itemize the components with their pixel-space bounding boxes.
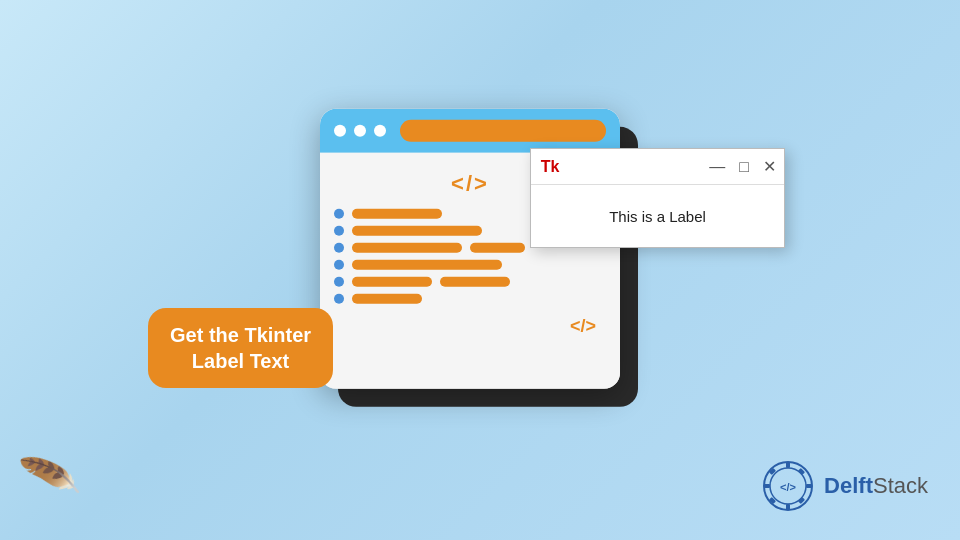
titlebar-dot-1	[334, 125, 346, 137]
code-row	[334, 294, 606, 304]
svg-rect-4	[764, 484, 770, 488]
svg-text:</>: </>	[780, 481, 796, 493]
code-dot	[334, 243, 344, 253]
code-row	[334, 277, 606, 287]
code-line	[352, 294, 422, 304]
code-line-2	[470, 243, 525, 253]
svg-rect-2	[786, 462, 790, 468]
code-dot	[334, 260, 344, 270]
code-line	[352, 277, 432, 287]
minimize-button[interactable]: —	[709, 159, 725, 175]
titlebar-dot-3	[374, 125, 386, 137]
code-line	[352, 243, 462, 253]
close-button[interactable]: ✕	[763, 159, 776, 175]
delftstack-name: DelftStack	[824, 473, 928, 499]
feather-icon: 🪶	[16, 444, 83, 508]
titlebar-dot-2	[354, 125, 366, 137]
badge-text: Get the TkinterLabel Text	[170, 322, 311, 374]
code-line	[352, 226, 482, 236]
svg-rect-3	[786, 504, 790, 510]
tk-controls: — □ ✕	[709, 159, 776, 175]
tk-icon: Tk	[539, 156, 561, 178]
code-dot	[334, 209, 344, 219]
code-dot	[334, 294, 344, 304]
code-line-2	[440, 277, 510, 287]
code-tag-bottom: </>	[334, 316, 606, 337]
maximize-button[interactable]: □	[739, 159, 749, 175]
tkinter-titlebar: Tk — □ ✕	[531, 149, 784, 185]
code-dot	[334, 226, 344, 236]
code-line	[352, 260, 502, 270]
tkinter-label-text: This is a Label	[609, 208, 706, 225]
code-line	[352, 209, 442, 219]
svg-rect-5	[806, 484, 812, 488]
tkinter-window: Tk — □ ✕ This is a Label	[530, 148, 785, 248]
badge-callout: Get the TkinterLabel Text	[148, 308, 333, 388]
delftstack-gear-icon: </>	[762, 460, 814, 512]
code-dot	[334, 277, 344, 287]
delftstack-logo: </> DelftStack	[762, 460, 928, 512]
editor-titlebar	[320, 109, 620, 153]
tkinter-body: This is a Label	[531, 185, 784, 247]
code-row	[334, 260, 606, 270]
titlebar-search-bar	[400, 120, 606, 142]
